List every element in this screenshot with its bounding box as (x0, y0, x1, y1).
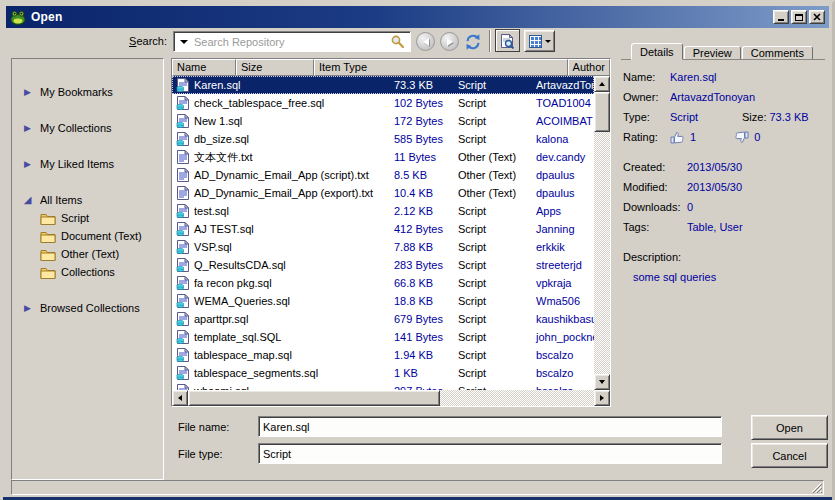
file-name: template_sql.SQL (194, 331, 281, 343)
column-header[interactable]: Name (172, 59, 236, 76)
maximize-button[interactable] (791, 10, 807, 24)
file-author: vpkraja (532, 274, 594, 292)
file-row[interactable]: test.sql 2.12 KB Script Apps (172, 202, 594, 220)
file-row[interactable]: whoami.sql 297 Bytes Script bscalzo (172, 382, 594, 390)
file-row[interactable]: WEMA_Queries.sql 18.8 KB Script Wma506 (172, 292, 594, 310)
file-item-type: Script (454, 310, 532, 328)
tags-value[interactable]: Table, User (687, 221, 743, 233)
file-item-type: Script (454, 346, 532, 364)
file-author: ACOIMBAT (532, 112, 594, 130)
horizontal-scroll-thumb[interactable] (188, 390, 440, 406)
file-type-icon (176, 222, 190, 236)
column-header[interactable]: Item Type (314, 59, 568, 76)
cancel-button[interactable]: Cancel (751, 443, 828, 468)
file-item-type: Script (454, 94, 532, 112)
column-header[interactable]: Size (236, 59, 314, 76)
file-type-icon (176, 186, 190, 200)
preview-pane-toggle-button[interactable] (495, 29, 520, 52)
thumbs-up-icon[interactable] (670, 131, 685, 144)
resize-grip-icon[interactable] (810, 481, 822, 493)
sql-file-icon (176, 78, 190, 92)
file-name-input[interactable] (258, 416, 722, 437)
file-row[interactable]: template_sql.SQL 141 Bytes Script john_p… (172, 328, 594, 346)
open-button[interactable]: Open (751, 415, 828, 440)
vertical-scrollbar[interactable] (594, 76, 610, 390)
file-row[interactable]: Q_ResultsCDA.sql 283 Bytes Script street… (172, 256, 594, 274)
file-size: 8.5 KB (390, 166, 454, 184)
vertical-scroll-thumb[interactable] (594, 92, 610, 132)
sidebar-item[interactable]: Script (12, 209, 163, 227)
file-row[interactable]: AJ TEST.sql 412 Bytes Script Janning (172, 220, 594, 238)
sidebar-item[interactable]: Other (Text) (12, 245, 163, 263)
sidebar-item[interactable]: All Items (12, 191, 163, 209)
sidebar-item[interactable]: Document (Text) (12, 227, 163, 245)
file-row[interactable]: VSP.sql 7.88 KB Script erkkik (172, 238, 594, 256)
sql-file-icon (176, 258, 190, 272)
file-name: AD_Dynamic_Email_App (script).txt (194, 169, 369, 181)
minimize-button[interactable] (773, 10, 789, 24)
back-button[interactable] (416, 32, 435, 51)
file-item-type: Script (454, 238, 532, 256)
scroll-right-button[interactable] (594, 390, 610, 406)
forward-button[interactable] (440, 32, 459, 51)
magnifier-icon[interactable] (390, 34, 406, 50)
view-mode-button[interactable] (524, 30, 555, 52)
toad-app-icon (10, 9, 26, 25)
tab[interactable]: Comments (742, 46, 813, 60)
close-button[interactable] (809, 10, 825, 24)
file-row[interactable]: aparttpr.sql 679 Bytes Script kaushikbas… (172, 310, 594, 328)
file-item-type: Script (454, 292, 532, 310)
horizontal-scrollbar[interactable] (172, 390, 610, 406)
sidebar-item[interactable]: Browsed Collections (12, 299, 163, 317)
sidebar-item[interactable]: My Bookmarks (12, 83, 163, 101)
title-bar[interactable]: Open (6, 6, 829, 28)
search-placeholder: Search Repository (194, 36, 390, 48)
file-row[interactable]: New 1.sql 172 Bytes Script ACOIMBAT (172, 112, 594, 130)
expand-arrow-icon[interactable] (22, 124, 33, 133)
file-size: 73.3 KB (390, 76, 454, 94)
file-row[interactable]: db_size.sql 585 Bytes Script kalona (172, 130, 594, 148)
file-list-rows: Karen.sql 73.3 KB Script ArtavazdTonoyan (172, 76, 594, 390)
file-row[interactable]: AD_Dynamic_Email_App (script).txt 8.5 KB… (172, 166, 594, 184)
view-mode-dropdown-icon (545, 40, 551, 43)
expand-arrow-icon[interactable] (22, 304, 33, 313)
file-size: 679 Bytes (390, 310, 454, 328)
sidebar-item[interactable]: My Collections (12, 119, 163, 137)
scroll-down-button[interactable] (594, 374, 610, 390)
expand-arrow-icon[interactable] (22, 88, 33, 97)
file-item-type: Script (454, 382, 532, 390)
file-size: 172 Bytes (390, 112, 454, 130)
file-author: erkkik (532, 238, 594, 256)
file-row[interactable]: AD_Dynamic_Email_App (export).txt 10.4 K… (172, 184, 594, 202)
repository-sidebar: My Bookmarks My Collections (11, 58, 164, 480)
file-type-icon (176, 276, 190, 290)
search-scope-dropdown-icon[interactable] (180, 40, 188, 44)
sql-file-icon (176, 240, 190, 254)
file-row[interactable]: check_tablespace_free.sql 102 Bytes Scri… (172, 94, 594, 112)
file-type-icon (176, 78, 190, 92)
file-row[interactable]: tablespace_map.sql 1.94 KB Script bscalz… (172, 346, 594, 364)
expand-arrow-icon[interactable] (22, 160, 33, 169)
refresh-button[interactable] (464, 33, 482, 51)
file-row[interactable]: tablespace_segments.sql 1 KB Script bsca… (172, 364, 594, 382)
expand-arrow-icon[interactable] (22, 195, 33, 205)
tab[interactable]: Preview (684, 46, 741, 60)
thumbs-down-icon[interactable] (734, 131, 749, 144)
sidebar-item[interactable]: My Liked Items (12, 155, 163, 173)
sidebar-item[interactable]: Collections (12, 263, 163, 281)
folder-icon (40, 212, 56, 225)
file-size: 141 Bytes (390, 328, 454, 346)
column-header[interactable]: Author (568, 59, 610, 76)
scroll-left-button[interactable] (172, 390, 188, 406)
file-name: VSP.sql (194, 241, 232, 253)
search-input[interactable]: Search Repository (173, 31, 411, 52)
file-row[interactable]: 文本文件.txt 11 Bytes Other (Text) dev.candy (172, 148, 594, 166)
file-row[interactable]: fa recon pkg.sql 66.8 KB Script vpkraja (172, 274, 594, 292)
file-name-label: File name: (178, 421, 229, 433)
file-type-input[interactable] (258, 443, 722, 464)
tab[interactable]: Details (631, 43, 683, 60)
file-author: bscalzo (532, 346, 594, 364)
file-row[interactable]: Karen.sql 73.3 KB Script ArtavazdTonoyan (172, 76, 594, 94)
text-file-icon (176, 168, 190, 182)
scroll-up-button[interactable] (594, 76, 610, 92)
